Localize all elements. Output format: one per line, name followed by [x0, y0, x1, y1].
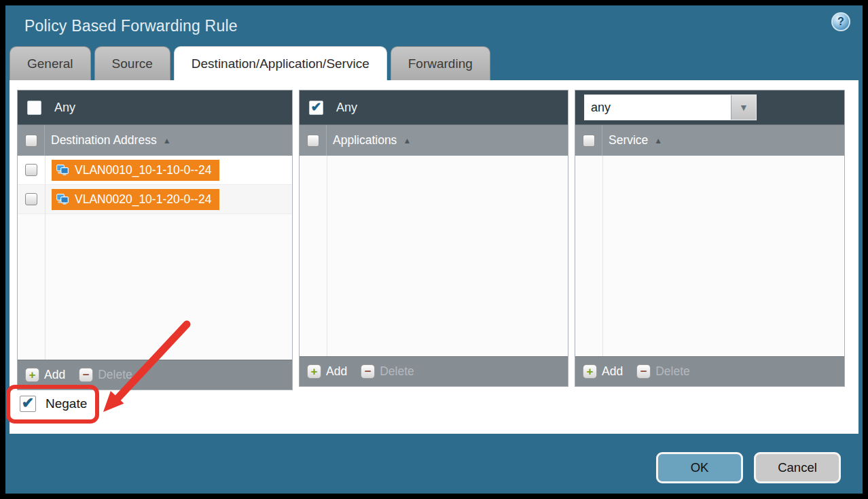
ok-button[interactable]: OK [656, 452, 743, 483]
cancel-button-label: Cancel [778, 460, 817, 475]
add-label: Add [44, 368, 65, 382]
applications-any-label: Any [336, 101, 357, 115]
tab-forwarding[interactable]: Forwarding [391, 46, 490, 80]
sort-asc-icon[interactable]: ▲ [654, 136, 662, 145]
address-object-chip[interactable]: VLAN0020_10-1-20-0--24 [52, 189, 219, 210]
delete-label: Delete [655, 364, 690, 379]
applications-column-header: Applications [333, 133, 397, 148]
service-dropdown-bar: any ▼ [575, 90, 844, 124]
destination-address-column: Any Destination Address ▲ [17, 90, 293, 390]
sort-asc-icon[interactable]: ▲ [403, 136, 411, 145]
delete-button[interactable]: − Delete [361, 364, 414, 379]
minus-icon: − [79, 368, 93, 382]
destination-select-all-cell [18, 125, 45, 156]
table-row[interactable]: VLAN0010_10-1-10-0--24 [18, 156, 292, 185]
tab-destination-application-service[interactable]: Destination/Application/Service [174, 46, 387, 80]
address-object-chip[interactable]: VLAN0010_10-1-10-0--24 [52, 160, 219, 181]
negate-checkbox[interactable]: ✔ [20, 396, 36, 412]
tab-source[interactable]: Source [94, 46, 170, 80]
destination-header-row: Destination Address ▲ [18, 124, 292, 156]
tab-general-label: General [27, 56, 73, 71]
add-label: Add [602, 364, 623, 379]
tab-source-label: Source [112, 56, 153, 71]
network-icon [56, 165, 69, 175]
destination-any-checkbox[interactable] [27, 101, 41, 115]
sort-asc-icon[interactable]: ▲ [163, 136, 171, 145]
service-column-header: Service [609, 133, 648, 148]
check-icon: ✔ [22, 396, 34, 411]
address-object-name: VLAN0020_10-1-20-0--24 [75, 192, 211, 207]
plus-icon: + [583, 364, 597, 379]
add-button[interactable]: + Add [25, 368, 65, 382]
tab-general[interactable]: General [10, 46, 91, 80]
delete-button[interactable]: − Delete [636, 364, 690, 379]
dialog-title: Policy Based Forwarding Rule [24, 17, 238, 35]
destination-select-all-checkbox[interactable] [25, 135, 37, 147]
service-dropdown[interactable]: any ▼ [585, 95, 756, 120]
check-icon: ✔ [311, 101, 322, 114]
network-icon [56, 194, 69, 205]
service-select-all-cell [575, 125, 602, 156]
dialog-titlebar: Policy Based Forwarding Rule [24, 5, 238, 46]
add-button[interactable]: + Add [307, 364, 347, 379]
service-header-row: Service ▲ [575, 124, 844, 156]
add-label: Add [326, 364, 347, 379]
destination-footer: + Add − Delete [18, 360, 292, 390]
add-button[interactable]: + Add [583, 364, 623, 379]
delete-label: Delete [380, 364, 414, 379]
service-select-all-checkbox[interactable] [583, 135, 595, 147]
negate-row: ✔ Negate [20, 396, 87, 412]
service-column: any ▼ Service ▲ + Add − Delete [575, 90, 845, 387]
chevron-down-icon[interactable]: ▼ [731, 95, 756, 120]
service-footer: + Add − Delete [575, 356, 844, 386]
applications-header-row: Applications ▲ [300, 124, 568, 156]
tab-das-label: Destination/Application/Service [192, 56, 369, 71]
tab-content-panel: Any Destination Address ▲ [10, 80, 858, 434]
question-mark-glyph: ? [837, 16, 844, 28]
destination-any-label: Any [54, 101, 75, 115]
plus-icon: + [25, 368, 39, 382]
applications-footer: + Add − Delete [300, 356, 568, 386]
delete-label: Delete [98, 368, 132, 382]
minus-icon: − [636, 364, 651, 379]
applications-column: ✔ Any Applications ▲ + Add − Delete [299, 90, 568, 387]
destination-column-header: Destination Address [51, 133, 157, 148]
address-object-name: VLAN0010_10-1-10-0--24 [75, 163, 211, 177]
minus-icon: − [361, 364, 375, 379]
cancel-button[interactable]: Cancel [754, 452, 841, 483]
plus-icon: + [307, 364, 321, 379]
row-checkbox[interactable] [25, 164, 37, 176]
applications-list [300, 156, 568, 356]
destination-list: VLAN0010_10-1-10-0--24 [18, 156, 292, 360]
policy-forwarding-dialog: Policy Based Forwarding Rule ? General S… [5, 5, 863, 494]
help-icon[interactable]: ? [831, 12, 850, 31]
delete-button[interactable]: − Delete [79, 368, 132, 382]
applications-any-checkbox[interactable]: ✔ [309, 101, 323, 115]
row-checkbox[interactable] [25, 193, 37, 205]
destination-any-bar: Any [18, 90, 292, 124]
negate-label: Negate [46, 396, 87, 411]
table-row[interactable]: VLAN0020_10-1-20-0--24 [18, 185, 292, 214]
applications-any-bar: ✔ Any [300, 90, 568, 124]
ok-button-label: OK [691, 460, 709, 475]
applications-select-all-cell [300, 125, 327, 156]
tab-forwarding-label: Forwarding [408, 56, 473, 71]
service-list [575, 156, 844, 356]
tab-bar: General Source Destination/Application/S… [10, 46, 490, 80]
service-dropdown-value: any [585, 95, 731, 120]
applications-select-all-checkbox[interactable] [307, 135, 319, 147]
